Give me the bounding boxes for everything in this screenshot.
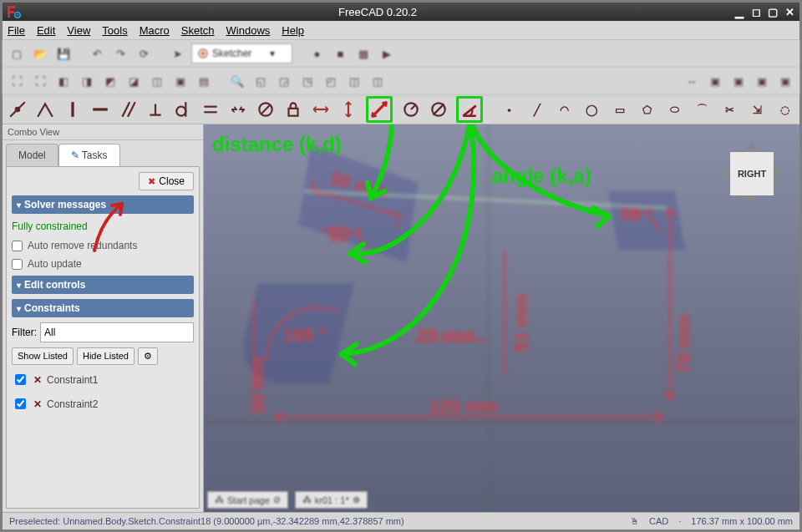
- solver-section[interactable]: Solver messages: [12, 195, 194, 214]
- menu-view[interactable]: View: [67, 24, 90, 37]
- navcube-face[interactable]: RIGHT: [729, 151, 774, 196]
- constrain-distance-icon[interactable]: [370, 100, 388, 119]
- constrain-lock-icon[interactable]: [283, 99, 302, 119]
- cube-b-icon[interactable]: ◲: [275, 72, 293, 90]
- menu-file[interactable]: File: [8, 24, 25, 37]
- nav-style-label[interactable]: CAD: [649, 516, 668, 526]
- constrain-symmetric-icon[interactable]: [228, 99, 247, 119]
- navigation-cube[interactable]: RIGHT: [711, 133, 791, 213]
- constraints-menu-button[interactable]: ⚙: [138, 347, 158, 365]
- constrain-pointonobj-icon[interactable]: [35, 99, 54, 119]
- menu-sketch[interactable]: Sketch: [181, 24, 215, 37]
- part-a-icon[interactable]: ▣: [706, 72, 724, 90]
- window-maximize-icon[interactable]: ▢: [766, 5, 779, 18]
- tab-start-page[interactable]: ⁂Start page⊘: [207, 491, 288, 509]
- constrain-parallel-icon[interactable]: [118, 99, 137, 119]
- menu-edit[interactable]: Edit: [37, 24, 55, 37]
- constrain-perpendicular-icon[interactable]: [145, 99, 165, 119]
- front-icon[interactable]: ◨: [78, 72, 96, 90]
- open-icon[interactable]: 📂: [31, 44, 49, 63]
- geom-ext-icon[interactable]: ⇲: [748, 99, 767, 119]
- constrain-block-icon[interactable]: [256, 99, 275, 119]
- geom-circle-icon[interactable]: ◯: [582, 99, 602, 119]
- menu-tools[interactable]: Tools: [102, 24, 127, 37]
- auto-update-checkbox[interactable]: Auto update: [12, 257, 194, 271]
- window-minimize-icon[interactable]: ▁: [733, 5, 746, 18]
- top-icon[interactable]: ◩: [101, 72, 119, 90]
- geom-fillet-icon[interactable]: ⌒: [693, 99, 712, 119]
- filter-input[interactable]: [40, 322, 194, 342]
- constrain-vdist-icon[interactable]: [338, 99, 358, 119]
- left-icon[interactable]: ▤: [195, 72, 213, 90]
- constrain-horizontal-icon[interactable]: [90, 99, 109, 119]
- part-c-icon[interactable]: ▣: [753, 72, 771, 90]
- tab-sketch[interactable]: ⁂kr01 : 1*⊗: [295, 491, 368, 509]
- navcube-right-icon[interactable]: [774, 166, 788, 180]
- navcube-up-icon[interactable]: [744, 136, 758, 149]
- menu-help[interactable]: Help: [282, 24, 304, 37]
- constrain-tangent-icon[interactable]: [173, 99, 192, 119]
- nav-style-icon[interactable]: 🖱: [630, 516, 639, 526]
- constrain-radius-icon[interactable]: [401, 99, 420, 119]
- redo-icon[interactable]: ↷: [111, 44, 129, 63]
- tab-tasks[interactable]: Tasks: [58, 144, 120, 166]
- tab-model[interactable]: Model: [6, 144, 58, 166]
- geom-trim-icon[interactable]: ✂: [720, 99, 739, 119]
- cube-f-icon[interactable]: ◫: [368, 72, 387, 90]
- menu-windows[interactable]: Windows: [226, 24, 271, 37]
- select-icon[interactable]: ➤: [168, 44, 186, 63]
- cube-a-icon[interactable]: ◱: [251, 72, 270, 90]
- constrain-hdist-icon[interactable]: [311, 99, 330, 119]
- geom-constr-icon[interactable]: ◌: [775, 99, 794, 119]
- navcube-left-icon[interactable]: [714, 166, 728, 180]
- measure-icon[interactable]: ↔: [683, 72, 701, 90]
- window-restore-icon[interactable]: ◻: [749, 5, 763, 18]
- constrain-coincident-icon[interactable]: [8, 99, 27, 119]
- workbench-selector[interactable]: Sketcher ▾: [191, 43, 292, 63]
- 3d-viewport[interactable]: 30 mm 80 ° 165 ° 30 mm 120 mm 70 mm 29 m…: [204, 124, 799, 512]
- constraints-section[interactable]: Constraints: [12, 299, 194, 317]
- constrain-angle-icon[interactable]: [460, 100, 479, 119]
- right-icon[interactable]: ◪: [124, 72, 143, 90]
- geom-poly-icon[interactable]: ⬠: [637, 99, 657, 119]
- constrain-diameter-icon[interactable]: [429, 99, 448, 119]
- stop-icon[interactable]: ■: [331, 44, 349, 63]
- geom-line-icon[interactable]: ╱: [527, 99, 546, 119]
- cube-c-icon[interactable]: ◳: [298, 72, 317, 90]
- constrain-vertical-icon[interactable]: [63, 99, 82, 119]
- close-button[interactable]: Close: [139, 172, 194, 190]
- geom-slot-icon[interactable]: ⬭: [665, 99, 684, 119]
- edit-controls-section[interactable]: Edit controls: [12, 276, 194, 294]
- geom-point-icon[interactable]: •: [500, 99, 519, 119]
- bottom-icon[interactable]: ▣: [171, 72, 190, 90]
- menu-macro[interactable]: Macro: [140, 24, 170, 37]
- window-close-icon[interactable]: ✕: [783, 5, 796, 18]
- list-item[interactable]: ✕Constraint1: [12, 370, 194, 389]
- refresh-icon[interactable]: ⟳: [135, 44, 153, 63]
- new-icon[interactable]: ▢: [8, 44, 26, 63]
- show-listed-button[interactable]: Show Listed: [12, 347, 74, 365]
- auto-remove-checkbox[interactable]: Auto remove redundants: [12, 239, 194, 252]
- play-icon[interactable]: ▶: [378, 44, 396, 63]
- undo-icon[interactable]: ↶: [88, 44, 106, 63]
- part-b-icon[interactable]: ▣: [729, 72, 748, 90]
- geom-rect-icon[interactable]: ▭: [610, 99, 629, 119]
- hide-listed-button[interactable]: Hide Listed: [77, 347, 135, 365]
- tab-close-icon[interactable]: ⊗: [353, 494, 360, 505]
- fit-all-icon[interactable]: ⛶: [8, 72, 26, 90]
- cube-d-icon[interactable]: ◰: [322, 72, 340, 90]
- list-item[interactable]: ✕Constraint2: [12, 394, 194, 413]
- iso-icon[interactable]: ◧: [54, 72, 73, 90]
- back-icon[interactable]: ◫: [148, 72, 166, 90]
- part-d-icon[interactable]: ▣: [776, 72, 794, 90]
- save-icon[interactable]: 💾: [54, 44, 73, 63]
- fit-sel-icon[interactable]: ⛶: [31, 72, 49, 90]
- zoom-icon[interactable]: 🔍: [228, 72, 246, 90]
- tab-close-icon[interactable]: ⊘: [273, 494, 281, 505]
- macros-icon[interactable]: ▦: [354, 44, 373, 63]
- cube-e-icon[interactable]: ◫: [345, 72, 363, 90]
- record-icon[interactable]: ●: [307, 44, 326, 63]
- navcube-down-icon[interactable]: [744, 196, 758, 210]
- constrain-equal-icon[interactable]: [200, 99, 220, 119]
- geom-arc-icon[interactable]: ◠: [555, 99, 574, 119]
